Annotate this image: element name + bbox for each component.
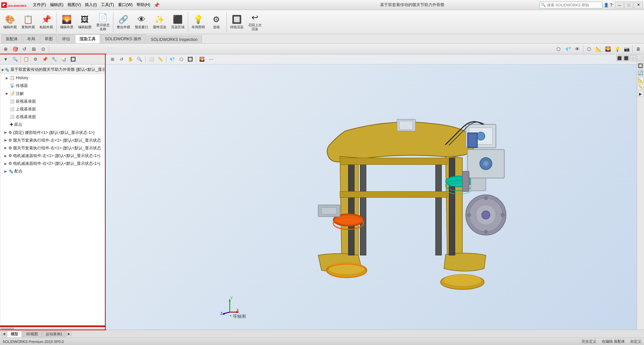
view-btn-5[interactable]: ⊙ — [39, 45, 48, 53]
waist-expand-arrow[interactable]: ▶ — [4, 130, 8, 135]
vp-split-v[interactable]: ⬛ — [623, 55, 629, 61]
panel-icon-config[interactable]: 📌 — [41, 55, 49, 64]
toolbar-display-state[interactable]: 📄 显示状态名称 — [94, 11, 112, 33]
tab-evaluate[interactable]: 评估 — [58, 35, 74, 43]
motor-right-expand-arrow[interactable]: ▶ — [4, 161, 8, 166]
mates-expand-arrow[interactable]: ▶ — [4, 169, 8, 174]
tab-render-tools[interactable]: 渲染工具 — [75, 35, 100, 43]
bottom-tab-3d[interactable]: 3D视图 — [22, 331, 42, 337]
tab-sw-inspection[interactable]: SOLIDWORKS Inspection — [147, 36, 202, 43]
tree-item-motor-left[interactable]: ▶ ⚙ 电机减速器组件-左<1> (默认<默认_显示状态-1>) — [0, 152, 105, 160]
menu-view[interactable]: 视图(V) — [65, 1, 83, 8]
view-scene-btn[interactable]: 🌄 — [603, 45, 612, 53]
view-section-btn[interactable]: ⬡ — [585, 45, 593, 53]
bottom-tabs-scroll-left[interactable]: ◀ — [1, 332, 7, 336]
horizontal-scrollbar[interactable] — [0, 327, 105, 330]
tree-item-right-plane[interactable]: ▶ ⬜ 右视基准面 — [0, 113, 105, 121]
tab-assembly[interactable]: 装配体 — [1, 35, 22, 43]
tree-item-origin[interactable]: ▶ ✚ 原点 — [0, 121, 105, 129]
toolbar-copy-appearance[interactable]: 📋 复制外观 — [19, 11, 37, 33]
vp-display-style[interactable]: 💎 — [168, 55, 176, 63]
toolbar-integrate[interactable]: 🔗 整合外观 — [115, 11, 132, 33]
view-shading-btn[interactable]: 💎 — [564, 45, 572, 53]
vp-measure[interactable]: 📏 — [156, 55, 164, 63]
view-btn-1[interactable]: ⊕ — [1, 45, 10, 53]
pin-icon[interactable]: 📌 — [154, 2, 159, 8]
user-icon[interactable]: 👤 — [604, 3, 609, 7]
bottom-tab-model[interactable]: 模型 — [7, 331, 22, 337]
viewport[interactable]: ⊞ ↺ ✋ 🔍 ⬜ 📏 💎 ⬡ 🔲 🌄 ⋯ — [106, 54, 637, 330]
menu-file[interactable]: 文件(F) — [31, 1, 48, 8]
restore-button[interactable]: □ — [625, 2, 633, 8]
vp-split-h[interactable]: ⬛ — [616, 55, 623, 61]
status-custom[interactable]: 自定义 — [630, 339, 641, 344]
view-btn-2[interactable]: 🎯 — [11, 45, 19, 53]
rp-btn-5[interactable]: 📏 — [638, 84, 644, 90]
rp-btn-6[interactable]: ▶ — [638, 91, 644, 97]
panel-icon-filter[interactable]: ▼ — [1, 55, 10, 64]
help-btn[interactable]: ? — [610, 3, 612, 7]
rp-btn-1[interactable]: ⬜ — [638, 56, 644, 62]
view-btn-4[interactable]: ⊞ — [30, 45, 38, 53]
view-cameras-btn[interactable]: 📷 — [622, 45, 631, 53]
menu-window[interactable]: 窗口(W) — [116, 1, 135, 8]
root-expand-arrow[interactable]: ▶ — [2, 67, 4, 72]
tree-item-knee-right[interactable]: ▶ ⚙ 髋关节套索执行组件-右<1> (默认<默认_显示状态 — [0, 144, 105, 152]
panel-icon-mategroup[interactable]: 🔲 — [69, 55, 77, 64]
vp-pan[interactable]: ✋ — [126, 55, 135, 63]
motor-left-expand-arrow[interactable]: ▶ — [4, 153, 8, 159]
tree-item-history[interactable]: ▶ 📋 History — [0, 74, 105, 82]
menu-help[interactable]: 帮助(H) — [135, 1, 152, 8]
view-hidden-btn[interactable]: 👁 — [573, 45, 582, 53]
tree-item-front-plane[interactable]: ▶ ⬜ 前视基准面 — [0, 98, 105, 105]
vp-select[interactable]: ⬜ — [147, 55, 155, 63]
panel-icon-properties[interactable]: ⚙ — [31, 55, 40, 64]
search-input[interactable] — [547, 3, 601, 7]
panel-icon-layer[interactable]: 📊 — [59, 55, 68, 64]
tree-item-motor-right[interactable]: ▶ ⚙ 电机减速器组件-右<2> (默认<默认_显示状态-1>) — [0, 160, 105, 167]
toolbar-preview[interactable]: 👁 预览窗口 — [133, 11, 150, 33]
panel-icon-display[interactable]: 🔧 — [50, 55, 59, 64]
tree-item-waist[interactable]: ▶ ⚙ (固定) 腰部组件<1> (默认<默认_显示状态-1>) — [0, 129, 105, 137]
vp-zoom-fit[interactable]: ⊞ — [108, 55, 116, 63]
vp-shaded[interactable]: ⬡ — [177, 55, 185, 63]
rp-btn-4[interactable]: 📐 — [638, 77, 644, 83]
vp-scene[interactable]: 🌄 — [198, 55, 206, 63]
menu-edit[interactable]: 编辑(E) — [48, 1, 65, 8]
panel-icon-featuretree[interactable]: 📋 — [22, 55, 31, 64]
panel-icon-search[interactable]: 🔍 — [11, 55, 19, 64]
toolbar-wireframe[interactable]: 🔲 排线渲染 — [228, 11, 246, 33]
tree-item-top-plane[interactable]: ▶ ⬜ 上视基准面 — [0, 105, 105, 113]
toolbar-paste-appearance[interactable]: 📌 粘贴外观 — [38, 11, 55, 33]
minimize-button[interactable]: — — [615, 2, 624, 8]
toolbar-render-region[interactable]: ⬛ 渲染区域 — [169, 11, 186, 33]
vp-more[interactable]: ⋯ — [207, 55, 215, 63]
menu-tools[interactable]: 工具(T) — [99, 1, 116, 8]
close-button[interactable]: ✕ — [634, 2, 643, 8]
vp-maximize[interactable]: □ — [630, 55, 636, 61]
vp-rotate[interactable]: ↺ — [117, 55, 125, 63]
knee-left-expand-arrow[interactable]: ▶ — [4, 138, 8, 143]
bottom-tab-motion[interactable]: 运动算例1 — [42, 331, 66, 337]
scrollbar-thumb[interactable] — [1, 328, 14, 330]
knee-right-expand-arrow[interactable]: ▶ — [4, 145, 8, 151]
toolbar-edit-decal[interactable]: 🖼 编辑贴图 — [76, 11, 94, 33]
toolbar-recall-render[interactable]: ↩ 召回上次渲染 — [246, 11, 264, 33]
vp-zoom[interactable]: 🔍 — [136, 55, 144, 63]
tab-sketch[interactable]: 草图 — [40, 35, 57, 43]
vp-edges[interactable]: 🔲 — [186, 55, 194, 63]
tree-item-sensor[interactable]: ▶ 📡 传感器 — [0, 82, 105, 90]
view-orient-btn[interactable]: ⬡ — [554, 45, 563, 53]
rp-btn-3[interactable]: 🔄 — [638, 70, 644, 76]
toolbar-edit-scene[interactable]: 🌄 编辑布景 — [58, 11, 75, 33]
toolbar-options[interactable]: ⚙ 选项 — [208, 11, 225, 33]
view-monitor-btn[interactable]: 🖥 — [634, 45, 643, 53]
tab-layout[interactable]: 布局 — [23, 35, 40, 43]
view-btn-3[interactable]: ↺ — [20, 45, 29, 53]
toolbar-edit-appearance[interactable]: 🎨 编辑外观 — [1, 11, 19, 33]
search-box[interactable]: 🔍 — [539, 2, 602, 8]
view-display-btn[interactable]: 📐 — [594, 45, 603, 53]
tree-root-item[interactable]: ▶ 🔩 基于双套索传动的髋关节助力外骨骼 (默认<默认_显示 — [0, 65, 105, 74]
toolbar-final-render[interactable]: ✨ 最终渲染 — [151, 11, 168, 33]
annotation-expand-arrow[interactable]: ▶ — [6, 91, 10, 96]
